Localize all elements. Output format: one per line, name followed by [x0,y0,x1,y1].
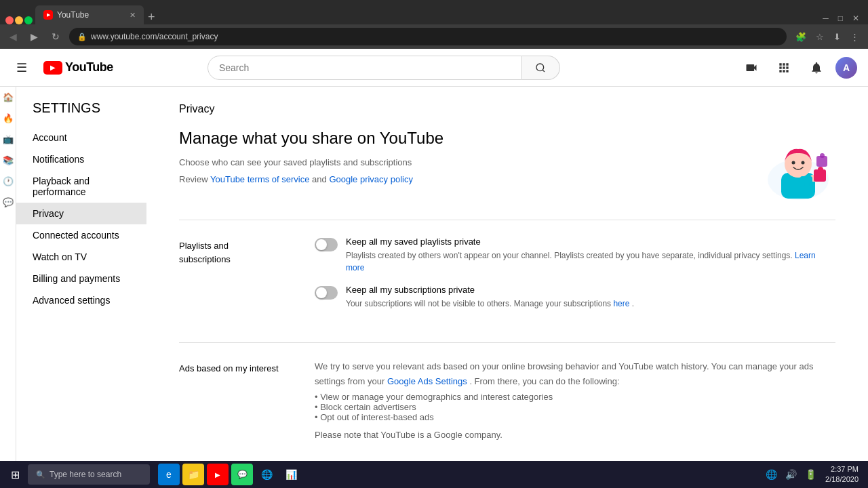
url-text: www.youtube.com/account_privacy [91,32,778,41]
main-content: Privacy Manage what you share on YouTube… [146,87,868,461]
win-close-btn[interactable] [5,16,14,24]
search-container [208,56,560,80]
search-button[interactable] [522,56,560,80]
header-right: A [738,54,857,81]
apps-btn[interactable] [770,54,797,81]
sidebar-label-watchtv: Watch on TV [33,251,87,262]
lock-icon: 🔒 [77,33,87,41]
sidebar-subs-icon[interactable]: 📺 [3,134,14,144]
sidebar-item-advanced[interactable]: Advanced settings [16,289,146,311]
active-browser-tab[interactable]: ▶ YouTube ✕ [35,5,144,24]
page-title: Privacy [179,103,835,115]
search-input[interactable] [219,62,511,73]
sidebar-label-account: Account [33,132,67,143]
sidebar-item-watchtv[interactable]: Watch on TV [16,246,146,268]
win-maximize-btn[interactable] [24,16,33,24]
tab-favicon: ▶ [43,10,53,20]
address-bar-row: ◀ ▶ ↻ 🔒 www.youtube.com/account_privacy … [0,24,868,49]
ads-note: Please note that YouTube is a Google com… [315,428,835,443]
sidebar-history-icon[interactable]: 🕐 [3,176,14,186]
yt-body: SETTINGS Account Notifications Playback … [0,87,868,461]
subscriptions-toggle[interactable] [315,286,338,300]
browser-minimize[interactable]: ─ [819,12,832,24]
settings-sidebar: SETTINGS Account Notifications Playback … [16,87,146,461]
video-camera-btn[interactable] [738,54,765,81]
browser-close[interactable]: ✕ [849,12,863,24]
sidebar-label-connected: Connected accounts [33,230,119,241]
playlists-label: Playlists and subscriptions [179,237,315,321]
ads-paragraph: We try to serve you relevant ads based o… [315,359,835,389]
svg-point-0 [536,64,544,71]
privacy-desc-links: Review YouTube terms of service and Goog… [179,173,750,187]
yt-header: ☰ YouTube 🏠 🔥 📺 📚 🕐 💬 [0,49,868,87]
bell-btn[interactable] [803,54,830,81]
new-tab-btn[interactable]: + [144,10,159,24]
sidebar-label-billing: Billing and payments [33,273,120,284]
forward-btn[interactable]: ▶ [26,30,42,43]
privacy-text-block: Manage what you share on YouTube Choose … [179,129,750,190]
sidebar-item-playback[interactable]: Playback and performance [16,170,146,203]
menu-icon[interactable]: ⋮ [847,30,863,43]
ads-bullets-list: View or manage your demographics and int… [315,392,835,422]
playlists-section: Playlists and subscriptions Keep all my … [179,237,835,321]
sidebar-item-billing[interactable]: Billing and payments [16,268,146,289]
extensions-icon[interactable]: 🧩 [792,30,810,43]
ads-divider [179,342,835,343]
download-icon[interactable]: ⬇ [830,30,844,43]
ads-label: Ads based on my interest [179,359,315,443]
yt-logo-icon [43,61,62,75]
ads-bullet-3: Opt out of interest-based ads [315,412,835,422]
sidebar-library-icon[interactable]: 📚 [3,155,14,165]
sidebar-item-notifications[interactable]: Notifications [16,148,146,170]
tab-title: YouTube [57,10,89,20]
svg-point-5 [802,161,805,165]
subscriptions-label: Keep all my subscriptions private [346,285,634,295]
sidebar-label-notifications: Notifications [33,154,84,165]
yt-terms-link[interactable]: YouTube terms of service [210,174,309,184]
sidebar-item-account[interactable]: Account [16,127,146,148]
bookmark-icon[interactable]: ☆ [812,30,827,43]
svg-rect-12 [820,153,825,158]
browser-tab-bar: ▶ YouTube ✕ + ─ □ ✕ [0,0,868,24]
ads-bullet-1: View or manage your demographics and int… [315,392,835,402]
svg-point-4 [792,161,795,165]
hamburger-btn[interactable]: ☰ [11,55,33,81]
sidebar-label-privacy: Privacy [33,208,64,219]
browser-actions: 🧩 ☆ ⬇ ⋮ [792,30,863,43]
sidebar-item-connected[interactable]: Connected accounts [16,224,146,246]
here-link[interactable]: here [613,299,629,308]
saved-playlists-label: Keep all my saved playlists private [346,237,835,247]
yt-logo[interactable]: YouTube [43,60,113,75]
svg-rect-8 [818,167,823,172]
subscriptions-text: Keep all my subscriptions private Your s… [346,285,634,310]
sidebar-label-advanced: Advanced settings [33,295,110,306]
ads-bullet-2: Block certain advertisers [315,402,835,412]
refresh-btn[interactable]: ↻ [47,30,64,43]
sidebar-explore-icon[interactable]: 🔥 [3,113,14,123]
saved-playlists-text: Keep all my saved playlists private Play… [346,237,835,274]
saved-playlists-toggle[interactable] [315,238,338,251]
privacy-illustration [761,129,835,203]
saved-playlists-desc: Playlists created by others won't appear… [346,249,835,274]
ads-content: We try to serve you relevant ads based o… [315,359,835,443]
privacy-header: Manage what you share on YouTube Choose … [179,129,835,203]
subscriptions-row: Keep all my subscriptions private Your s… [315,285,835,310]
google-privacy-link[interactable]: Google privacy policy [329,174,413,184]
sidebar-label-playback: Playback and performance [33,176,130,197]
saved-playlists-row: Keep all my saved playlists private Play… [315,237,835,274]
playlists-content: Keep all my saved playlists private Play… [315,237,835,321]
yt-logo-text: YouTube [65,60,113,75]
user-avatar[interactable]: A [835,57,857,79]
section-divider [179,220,835,220]
settings-title: SETTINGS [16,95,146,127]
browser-maximize[interactable]: □ [835,12,846,24]
sidebar-msg-icon[interactable]: 💬 [3,197,14,207]
google-ads-settings-link[interactable]: Google Ads Settings [387,376,467,386]
sidebar-item-privacy[interactable]: Privacy [16,203,146,224]
tab-close-btn[interactable]: ✕ [130,11,136,20]
privacy-desc-line1: Choose who can see your saved playlists … [179,156,750,170]
address-bar[interactable]: 🔒 www.youtube.com/account_privacy [69,28,787,45]
sidebar-home-icon[interactable]: 🏠 [3,92,14,102]
back-btn[interactable]: ◀ [5,30,21,43]
win-minimize-btn[interactable] [15,16,23,24]
